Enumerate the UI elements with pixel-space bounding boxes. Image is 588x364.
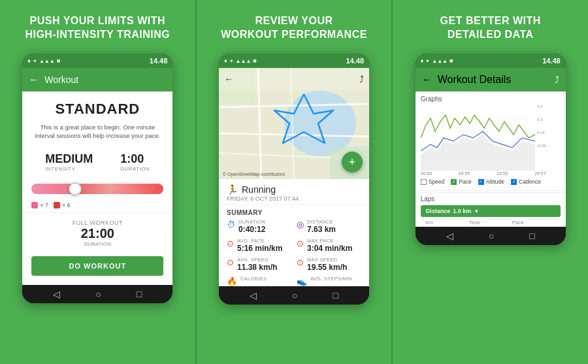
badge-pink: × 7 <box>31 202 48 208</box>
running-title: 🏃 Running <box>227 184 361 195</box>
navbar-1: ◁ ○ □ <box>22 285 172 303</box>
map-attribution: © OpenStreetMap contributors <box>223 172 285 176</box>
avg-pace-icon: ⊙ <box>227 239 234 248</box>
statusbar-icons-1: ♦ ✦ ▲▲▲ ■ <box>27 58 60 64</box>
intensity-value: MEDIUM <box>45 152 93 166</box>
avg-pace-label-s: AVG. PACE <box>237 238 282 244</box>
full-workout-time: 21:00 <box>22 226 172 241</box>
graph-area: 0.5 0.3 0.14 -0.04 <box>421 105 561 171</box>
graphs-label: Graphs <box>421 95 561 103</box>
summary-avg-speed-text: AVG. SPEED 11.38 km/h <box>237 257 277 272</box>
distance-icon: ◎ <box>297 220 304 229</box>
altitude-checkbox[interactable]: ✓ <box>478 179 484 185</box>
map-container: ← ⤴ + © OpenStreetMap contributors <box>219 68 369 179</box>
pace-checkbox[interactable]: ✓ <box>451 179 457 185</box>
svg-text:0.5: 0.5 <box>537 105 543 108</box>
workout-badges: × 7 × 6 <box>22 199 172 211</box>
nav-recent-3[interactable]: □ <box>529 231 534 241</box>
statusbar-time-2: 14.48 <box>346 57 364 65</box>
laps-header-arrow: ▼ <box>474 208 479 214</box>
intensity-slider-container <box>22 181 172 199</box>
summary-calories-text: CALORIES <box>240 276 267 282</box>
cadence-checkbox[interactable]: ✓ <box>511 179 517 185</box>
duration-stat: 1:00 DURATION <box>120 152 150 172</box>
panel-3: GET BETTER WITHDETAILED DATA ♦ ✦ ▲▲▲ ■ 1… <box>393 0 588 364</box>
duration-value-s: 0:40:12 <box>238 225 265 234</box>
back-button-1[interactable]: ← <box>29 74 39 86</box>
badge-red-icon <box>54 202 60 208</box>
graph-x-labels: 00:00 09:55 19:55 29:57 <box>421 171 561 176</box>
nav-back-2[interactable]: ◁ <box>250 290 257 301</box>
laps-header-unit: 1.0 km <box>453 208 471 214</box>
nav-back-3[interactable]: ◁ <box>446 231 453 241</box>
svg-text:0.14: 0.14 <box>537 131 545 135</box>
avg-speed-label-s: AVG. SPEED <box>237 257 277 263</box>
duration-label-s: DURATION <box>238 219 265 225</box>
legend-speed: Speed <box>421 178 445 185</box>
nav-recent-1[interactable]: □ <box>137 289 142 299</box>
map-share-icon[interactable]: ⤴ <box>359 74 364 84</box>
badge-pink-label: × 7 <box>40 202 48 208</box>
nav-home-1[interactable]: ○ <box>95 289 101 299</box>
statusbar-time-1: 14.48 <box>150 57 168 65</box>
nav-back-1[interactable]: ◁ <box>53 289 60 299</box>
badge-pink-icon <box>31 202 38 208</box>
distance-label-s: DISTANCE <box>307 219 336 225</box>
legend-pace: ✓ Pace <box>451 178 471 185</box>
altitude-label: Altitude <box>486 178 504 185</box>
summary-steps-text: AVG. STEPS/MIN. <box>310 276 353 282</box>
laps-header[interactable]: Distance 1.0 km ▼ <box>421 205 561 217</box>
max-pace-value-s: 3:04 min/km <box>307 244 352 253</box>
running-label: Running <box>242 184 276 195</box>
summary-duration: ⏱ DURATION 0:40:12 <box>227 219 291 234</box>
running-section: 🏃 Running FRIDAY, 6 OCT 2017 07:44 <box>219 179 369 205</box>
nav-recent-2[interactable]: □ <box>333 290 338 301</box>
nav-home-2[interactable]: ○ <box>292 290 297 301</box>
map-appbar-overlay: ← ⤴ <box>219 68 369 90</box>
summary-title: Summary <box>219 205 369 219</box>
speed-label: Speed <box>429 178 445 185</box>
intensity-slider[interactable] <box>31 184 163 194</box>
nav-home-3[interactable]: ○ <box>489 231 494 241</box>
duration-icon: ⏱ <box>227 220 235 229</box>
map-fab-button[interactable]: + <box>342 152 363 173</box>
workout-desc: This is a great place to begin. One minu… <box>22 123 172 147</box>
divider-1 <box>22 212 172 213</box>
full-workout-label: FULL WORKOUT <box>22 220 172 226</box>
summary-avg-pace: ⊙ AVG. PACE 5:16 min/km <box>227 238 291 253</box>
calories-icon: 🔥 <box>227 276 237 286</box>
summary-max-pace: ⊙ MAX PACE 3:04 min/km <box>297 238 361 253</box>
avg-speed-value-s: 11.38 km/h <box>237 263 277 272</box>
app-title-3: Workout Details <box>438 74 512 86</box>
back-button-3[interactable]: ← <box>422 74 433 86</box>
graphs-section: Graphs <box>416 91 566 189</box>
badge-red-label: × 6 <box>62 202 71 208</box>
panel-2: REVIEW YOURWORKOUT PERFORMANCE ♦ ✦ ▲▲▲ ■… <box>197 0 392 364</box>
laps-col-time: Time <box>469 220 512 225</box>
laps-label: Laps <box>421 195 561 203</box>
share-icon-3[interactable]: ⤴ <box>555 74 559 85</box>
phone-3: ♦ ✦ ▲▲▲ ■ 14.48 ← Workout Details ⤴ Grap… <box>416 54 566 245</box>
panel-2-title: REVIEW YOURWORKOUT PERFORMANCE <box>221 12 367 44</box>
summary-avg-pace-text: AVG. PACE 5:16 min/km <box>237 238 282 253</box>
panel-1-title: PUSH YOUR LIMITS WITHHIGH-INTENSITY TRAI… <box>25 12 170 44</box>
laps-header-text: Distance <box>426 208 451 214</box>
map-back-button[interactable]: ← <box>224 74 233 84</box>
badge-red: × 6 <box>54 202 71 208</box>
running-date: FRIDAY, 6 OCT 2017 07:44 <box>227 195 361 202</box>
appbar-3: ← Workout Details ⤴ <box>416 68 566 91</box>
panel-1: PUSH YOUR LIMITS WITHHIGH-INTENSITY TRAI… <box>0 0 195 364</box>
workout-stats: MEDIUM INTENSITY 1:00 DURATION <box>22 147 172 177</box>
summary-grid: ⏱ DURATION 0:40:12 ◎ DISTANCE 7.63 km <box>219 219 369 286</box>
speed-checkbox[interactable] <box>421 179 427 185</box>
statusbar-icons-3: ♦ ✦ ▲▲▲ ■ <box>421 58 453 64</box>
statusbar-time-3: 14.48 <box>542 57 561 65</box>
phone-1: ♦ ✦ ▲▲▲ ■ 14.48 ← Workout STANDARD This … <box>22 54 172 303</box>
summary-distance-text: DISTANCE 7.63 km <box>307 219 336 234</box>
do-workout-button[interactable]: DO WORKOUT <box>31 256 163 276</box>
intensity-label: INTENSITY <box>45 166 93 172</box>
duration-label: DURATION <box>120 166 150 172</box>
full-workout-dur: DURATION <box>22 241 172 247</box>
summary-avg-speed: ⊙ AVG. SPEED 11.38 km/h <box>227 257 291 272</box>
statusbar-2: ♦ ✦ ▲▲▲ ■ 14.48 <box>219 54 369 68</box>
